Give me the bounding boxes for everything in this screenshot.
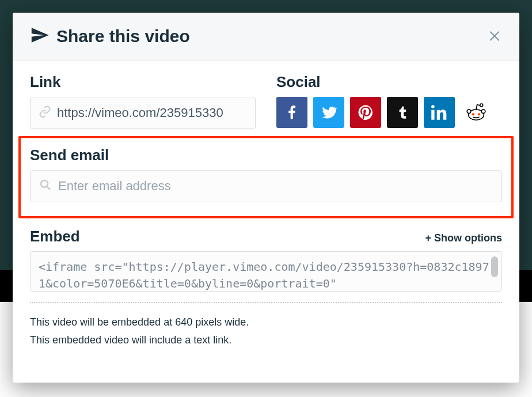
- reddit-icon: [465, 101, 488, 124]
- send-email-section: Send email: [18, 136, 514, 218]
- link-label: Link: [30, 73, 256, 91]
- svg-point-2: [481, 109, 485, 114]
- link-input-wrap[interactable]: [30, 97, 256, 129]
- email-input-wrap[interactable]: [30, 170, 502, 202]
- facebook-button[interactable]: [276, 97, 307, 128]
- pinterest-icon: [357, 104, 374, 121]
- embed-section: Embed + Show options <iframe src="https:…: [30, 228, 502, 292]
- embed-code-text: <iframe src="https://player.vimeo.com/vi…: [39, 260, 489, 290]
- modal-body: Link Social: [13, 61, 519, 354]
- divider: [30, 302, 502, 303]
- paper-plane-icon: [30, 25, 50, 47]
- close-button[interactable]: [487, 28, 502, 46]
- twitter-button[interactable]: [313, 97, 344, 128]
- svg-point-1: [467, 109, 471, 114]
- svg-point-4: [478, 113, 480, 115]
- embed-footer: This video will be embedded at 640 pixel…: [30, 313, 502, 349]
- tumblr-button[interactable]: [387, 97, 418, 128]
- link-section: Link: [30, 73, 256, 129]
- svg-point-6: [41, 180, 48, 187]
- embed-code-box[interactable]: <iframe src="https://player.vimeo.com/vi…: [30, 251, 502, 292]
- reddit-button[interactable]: [461, 97, 492, 128]
- embed-footer-line1: This video will be embedded at 640 pixel…: [30, 313, 502, 331]
- embed-label: Embed: [30, 228, 80, 245]
- social-label: Social: [276, 73, 502, 91]
- linkedin-button[interactable]: [424, 97, 455, 128]
- embed-footer-line2: This embedded video will include a text …: [30, 331, 502, 349]
- send-email-label: Send email: [30, 146, 502, 164]
- close-icon: [487, 28, 502, 43]
- facebook-icon: [284, 104, 300, 120]
- modal-header: Share this video: [13, 13, 519, 61]
- search-icon: [39, 178, 52, 194]
- pinterest-button[interactable]: [350, 97, 381, 128]
- show-options-link[interactable]: + Show options: [425, 232, 503, 244]
- link-icon: [39, 105, 51, 120]
- scrollbar-thumb[interactable]: [491, 256, 498, 277]
- linkedin-icon: [431, 104, 447, 120]
- email-input[interactable]: [58, 179, 493, 194]
- twitter-icon: [320, 104, 337, 121]
- tumblr-icon: [395, 105, 410, 120]
- share-modal: Share this video Link Social: [13, 13, 519, 383]
- svg-point-3: [472, 113, 474, 115]
- social-section: Social: [276, 73, 502, 129]
- link-input[interactable]: [57, 105, 247, 120]
- modal-title: Share this video: [56, 27, 190, 46]
- svg-point-5: [480, 104, 483, 107]
